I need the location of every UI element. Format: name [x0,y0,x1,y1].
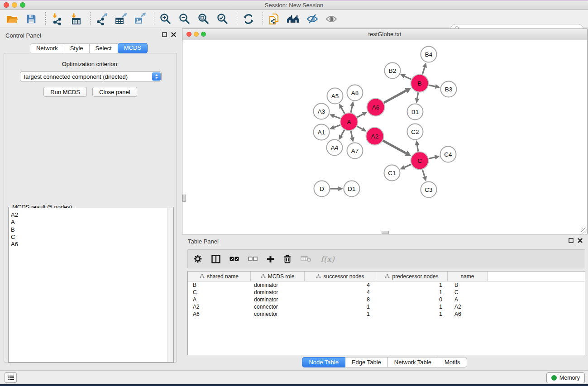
table-row[interactable]: A6connector11A6 [188,310,585,318]
table-row[interactable]: Cdominator41C [188,289,585,296]
graph-node-C3[interactable]: C3 [421,182,437,198]
window-titlebar[interactable]: Session: New Session [0,0,588,10]
mcds-result-item[interactable]: A [9,219,173,226]
memory-button[interactable]: Memory [546,372,585,383]
graph-edge-A-A8[interactable] [350,101,354,113]
column-header-predecessor-nodes[interactable]: predecessor nodes [376,272,448,281]
minimize-window-button[interactable] [12,2,17,8]
export-image-icon[interactable] [133,12,147,26]
graph-node-A3[interactable]: A3 [314,104,330,119]
column-header-shared-name[interactable]: shared name [188,272,251,281]
zoom-in-icon[interactable] [159,12,172,26]
cell-mcds-role[interactable]: dominator [251,281,305,289]
import-network-icon[interactable] [50,12,64,26]
show-graphics-details-icon[interactable] [325,12,338,26]
graph-node-A[interactable]: A [340,113,358,131]
float-panel-icon[interactable] [162,32,167,37]
open-session-icon[interactable] [5,12,19,26]
graph-node-B3[interactable]: B3 [441,81,457,97]
network-window-titlebar[interactable]: testGlobe.txt [182,29,587,40]
graph-node-D[interactable]: D [314,181,330,197]
column-header-name[interactable]: name [448,272,488,281]
graph-node-A8[interactable]: A8 [347,85,363,101]
close-panel-button[interactable]: Close panel [92,87,137,97]
zoom-out-icon[interactable] [178,12,191,26]
zoom-fit-icon[interactable] [197,12,210,26]
gear-icon[interactable] [193,254,202,263]
cell-successor-nodes[interactable]: 1 [305,303,376,310]
zoom-selected-icon[interactable] [216,12,229,26]
select-all-checkbox-icon[interactable] [229,256,239,262]
graph-node-A6[interactable]: A6 [367,99,385,116]
tab-select[interactable]: Select [90,43,118,53]
add-column-icon[interactable] [267,255,274,263]
tab-style[interactable]: Style [64,43,90,53]
tab-motifs[interactable]: Motifs [438,357,467,367]
cell-shared-name[interactable]: A [188,296,251,303]
cell-shared-name[interactable]: A6 [188,310,251,318]
close-panel-icon[interactable] [171,32,176,37]
cell-name[interactable]: A [448,296,488,303]
column-header-successor-nodes[interactable]: successor nodes [305,272,376,281]
graph-edge-D-D1[interactable] [330,186,344,191]
graph-node-A5[interactable]: A5 [327,88,343,104]
cell-successor-nodes[interactable]: 4 [305,281,376,289]
graph-node-C1[interactable]: C1 [384,165,400,181]
minimize-network-button[interactable] [194,32,199,37]
deselect-all-checkbox-icon[interactable] [248,256,258,262]
graph-edge-A-A2[interactable] [357,126,367,132]
cell-successor-nodes[interactable]: 1 [305,310,376,318]
close-table-panel-icon[interactable] [578,238,583,243]
save-session-icon[interactable] [24,12,38,26]
table-row[interactable]: Bdominator41B [188,281,585,289]
cell-mcds-role[interactable]: connector [251,303,305,310]
graph-edge-C-C4[interactable] [429,155,440,160]
cell-name[interactable]: A2 [448,303,488,310]
graph-node-B1[interactable]: B1 [407,104,423,120]
session-home-icon[interactable] [287,12,300,26]
graph-edge-A-A4[interactable] [339,130,344,140]
graph-node-A2[interactable]: A2 [366,128,384,145]
run-mcds-button[interactable]: Run MCDS [43,87,87,97]
graph-edge-B-B2[interactable] [400,74,411,79]
criterion-dropdown[interactable]: largest connected component (directed) [20,71,162,81]
cell-predecessor-nodes[interactable]: 1 [376,310,448,318]
graph-node-A4[interactable]: A4 [327,140,343,156]
cell-predecessor-nodes[interactable]: 1 [376,281,448,289]
zoom-window-button[interactable] [20,2,25,8]
graph-node-A7[interactable]: A7 [347,143,363,159]
cell-predecessor-nodes[interactable]: 0 [376,296,448,303]
mcds-result-item[interactable]: A6 [9,241,173,248]
cell-shared-name[interactable]: A2 [188,303,251,310]
graph-edge-C-C2[interactable] [415,140,420,152]
cell-predecessor-nodes[interactable]: 1 [376,289,448,296]
table-row[interactable]: A2connector11A2 [188,303,585,310]
tab-network[interactable]: Network [30,43,64,53]
table-row[interactable]: Adominator80A [188,296,585,303]
export-network-icon[interactable] [95,12,109,26]
graph-node-C[interactable]: C [411,152,429,170]
graph-node-D1[interactable]: D1 [344,181,360,197]
clone-network-icon[interactable] [268,12,281,26]
cell-shared-name[interactable]: B [188,281,251,289]
tab-mcds[interactable]: MCDS [118,43,148,53]
resize-grip[interactable] [581,228,587,234]
mcds-result-item[interactable]: C [9,234,173,241]
cell-predecessor-nodes[interactable]: 1 [376,303,448,310]
graph-node-A1[interactable]: A1 [314,124,330,140]
mcds-result-item[interactable]: A2 [9,211,173,219]
graph-edge-A-A5[interactable] [339,104,344,114]
graph-node-B2[interactable]: B2 [385,63,401,79]
apply-layout-icon[interactable] [242,12,255,26]
close-window-button[interactable] [4,2,9,8]
cell-successor-nodes[interactable]: 8 [305,296,376,303]
frame-edge-handle[interactable] [382,231,389,234]
graph-edge-A-A6[interactable] [357,112,368,117]
cell-shared-name[interactable]: C [188,289,251,296]
column-header-mcds-role[interactable]: MCDS role [251,272,305,281]
columns-icon[interactable] [211,255,220,263]
close-network-button[interactable] [186,32,191,37]
tab-network-table[interactable]: Network Table [388,357,438,367]
graph-node-B4[interactable]: B4 [421,47,437,62]
graph-node-C4[interactable]: C4 [440,147,456,162]
